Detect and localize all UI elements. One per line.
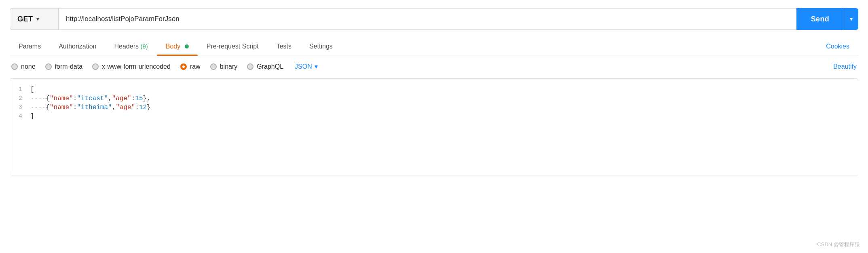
- url-bar: GET ▾ Send ▾: [10, 8, 858, 30]
- radio-graphql[interactable]: GraphQL: [247, 63, 283, 70]
- tab-settings[interactable]: Settings: [300, 38, 342, 55]
- line-number-2: 2: [10, 95, 30, 102]
- tab-body[interactable]: Body: [157, 38, 198, 55]
- radio-graphql-label: GraphQL: [257, 63, 283, 70]
- body-type-row: none form-data x-www-form-urlencoded raw…: [10, 63, 858, 70]
- radio-form-data-label: form-data: [55, 63, 82, 70]
- radio-circle-urlencoded: [92, 63, 99, 70]
- tab-cookies[interactable]: Cookies: [817, 38, 858, 55]
- line-content-4: ]: [30, 113, 858, 120]
- send-dropdown-button[interactable]: ▾: [844, 8, 858, 30]
- tab-tests[interactable]: Tests: [268, 38, 300, 55]
- radio-circle-none: [11, 63, 18, 70]
- json-dropdown-chevron: ▾: [315, 63, 318, 70]
- radio-form-data[interactable]: form-data: [45, 63, 82, 70]
- tabs-row: Params Authorization Headers (9) Body Pr…: [10, 38, 858, 55]
- radio-urlencoded[interactable]: x-www-form-urlencoded: [92, 63, 171, 70]
- url-input[interactable]: [58, 8, 796, 30]
- radio-circle-raw: [180, 63, 187, 70]
- json-type-label: JSON: [295, 63, 312, 70]
- code-line-1: 1 [: [10, 85, 858, 94]
- tab-body-dot: [185, 44, 189, 48]
- code-line-2: 2 ····{"name":"itcast","age":15},: [10, 94, 858, 103]
- line-content-2: ····{"name":"itcast","age":15},: [30, 95, 858, 102]
- radio-none[interactable]: none: [11, 63, 36, 70]
- tab-headers-label: Headers: [114, 43, 139, 50]
- radio-raw-label: raw: [190, 63, 201, 70]
- watermark: CSDN @管程序猿: [817, 241, 860, 248]
- radio-raw[interactable]: raw: [180, 63, 201, 70]
- method-label: GET: [17, 15, 33, 23]
- radio-circle-form-data: [45, 63, 52, 70]
- line-number-1: 1: [10, 86, 30, 93]
- line-content-3: ····{"name":"itheima","age":12}: [30, 104, 858, 111]
- tab-headers-badge: (9): [140, 43, 148, 50]
- radio-circle-binary: [210, 63, 217, 70]
- tab-headers[interactable]: Headers (9): [106, 38, 157, 55]
- line-number-3: 3: [10, 104, 30, 111]
- tab-params[interactable]: Params: [10, 38, 50, 55]
- tab-pre-request[interactable]: Pre-request Script: [198, 38, 268, 55]
- json-type-dropdown[interactable]: JSON ▾: [295, 63, 318, 70]
- code-editor[interactable]: 1 [ 2 ····{"name":"itcast","age":15}, 3 …: [10, 78, 858, 175]
- send-button[interactable]: Send: [796, 8, 844, 30]
- code-line-4: 4 ]: [10, 112, 858, 121]
- send-btn-group: Send ▾: [796, 8, 858, 30]
- code-line-3: 3 ····{"name":"itheima","age":12}: [10, 103, 858, 112]
- chevron-down-icon: ▾: [36, 16, 39, 22]
- radio-none-label: none: [21, 63, 36, 70]
- radio-urlencoded-label: x-www-form-urlencoded: [102, 63, 171, 70]
- tab-authorization[interactable]: Authorization: [50, 38, 105, 55]
- line-content-1: [: [30, 86, 858, 93]
- radio-binary-label: binary: [220, 63, 238, 70]
- beautify-button[interactable]: Beautify: [833, 63, 857, 70]
- method-selector[interactable]: GET ▾: [10, 8, 58, 30]
- tab-body-label: Body: [166, 43, 180, 50]
- radio-circle-graphql: [247, 63, 253, 70]
- radio-binary[interactable]: binary: [210, 63, 238, 70]
- line-number-4: 4: [10, 113, 30, 120]
